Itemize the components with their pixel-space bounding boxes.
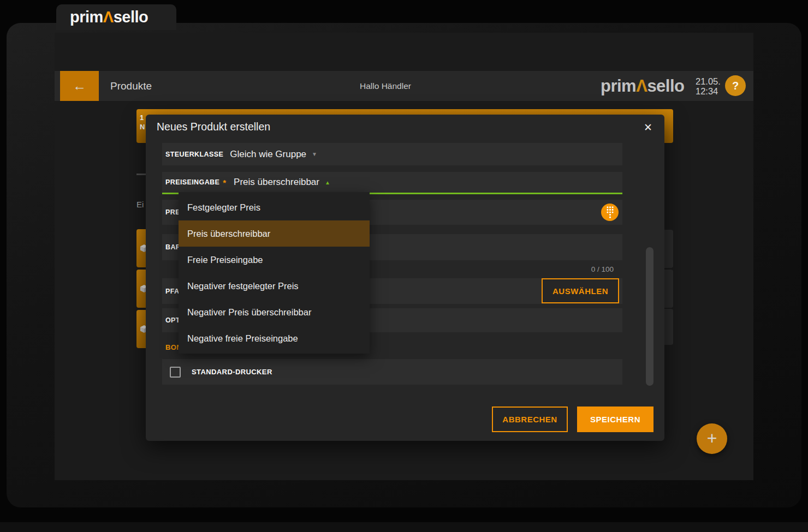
add-product-fab[interactable]: + bbox=[697, 423, 727, 454]
help-button[interactable]: ? bbox=[725, 75, 746, 96]
product-tile[interactable] bbox=[664, 230, 673, 268]
save-button[interactable]: SPEICHERN bbox=[577, 407, 653, 432]
field-label: STEUERKLASSE bbox=[165, 151, 223, 158]
preiseingabe-field[interactable]: PREISEINGABE * Preis überschreibbar ▲ bbox=[162, 172, 622, 194]
browser-tab[interactable]: primΛsello bbox=[56, 4, 176, 30]
app-logo: primΛsello bbox=[70, 8, 148, 26]
logo-lambda-icon: Λ bbox=[103, 8, 114, 26]
steuerklasse-field[interactable]: STEUERKLASSE Gleich wie Gruppe ▼ bbox=[162, 143, 622, 165]
auswaehlen-button[interactable]: AUSWÄHLEN bbox=[542, 278, 619, 303]
logo-lambda-icon: Λ bbox=[636, 76, 647, 95]
close-icon: ✕ bbox=[644, 121, 652, 134]
cancel-button[interactable]: ABBRECHEN bbox=[492, 407, 568, 432]
logo-text: sello bbox=[647, 76, 684, 95]
standard-drucker-checkbox[interactable] bbox=[170, 367, 181, 378]
question-icon: ? bbox=[732, 80, 739, 92]
preiseingabe-dropdown: Festgelegter Preis Preis überschreibbar … bbox=[179, 192, 370, 354]
screen: primΛsello ← Produkte Hallo Händler prim… bbox=[0, 0, 808, 532]
checkbox-label: STANDARD-DRUCKER bbox=[192, 368, 272, 376]
required-asterisk: * bbox=[223, 178, 226, 187]
plus-icon: + bbox=[707, 429, 717, 447]
dropdown-option[interactable]: Negativer festgelegter Preis bbox=[179, 273, 370, 299]
logo-text: prim bbox=[70, 8, 103, 26]
close-button[interactable]: ✕ bbox=[640, 119, 656, 135]
numpad-icon bbox=[606, 206, 614, 218]
standard-drucker-row[interactable]: STANDARD-DRUCKER bbox=[162, 359, 622, 385]
datetime: 21.05. 12:34 bbox=[696, 76, 721, 96]
chevron-down-icon: ▼ bbox=[312, 151, 317, 157]
time-text: 12:34 bbox=[696, 86, 721, 96]
page-title: Produkte bbox=[110, 71, 152, 101]
date-text: 21.05. bbox=[696, 76, 721, 86]
dropdown-option[interactable]: Freie Preiseingabe bbox=[179, 247, 370, 273]
arrow-left-icon: ← bbox=[73, 79, 86, 93]
dropdown-option[interactable]: Negative freie Preiseingabe bbox=[179, 325, 370, 351]
product-tile[interactable] bbox=[664, 309, 673, 345]
header-logo: primΛsello bbox=[601, 71, 685, 101]
logo-text: sello bbox=[114, 8, 148, 26]
field-value: Preis überschreibbar bbox=[234, 177, 319, 188]
bezel-strip bbox=[0, 522, 808, 532]
field-label: PREISEINGABE bbox=[165, 178, 219, 186]
field-value: Gleich wie Gruppe bbox=[230, 149, 306, 160]
numpad-button[interactable] bbox=[601, 204, 619, 221]
logo-text: prim bbox=[601, 76, 636, 95]
background-text: Ei bbox=[136, 200, 144, 209]
app-header: ← Produkte Hallo Händler primΛsello 21.0… bbox=[55, 71, 753, 101]
modal-title: Neues Produkt erstellen bbox=[157, 121, 270, 133]
char-counter: 0 / 100 bbox=[591, 265, 614, 273]
scrollbar-thumb[interactable] bbox=[646, 247, 653, 386]
chevron-up-icon: ▲ bbox=[325, 180, 330, 186]
product-tile[interactable] bbox=[664, 270, 673, 308]
dropdown-option[interactable]: Negativer Preis überschreibbar bbox=[179, 299, 370, 325]
dropdown-option[interactable]: Preis überschreibbar bbox=[179, 220, 370, 247]
greeting-text: Hallo Händler bbox=[360, 71, 411, 101]
dropdown-option[interactable]: Festgelegter Preis bbox=[179, 194, 370, 220]
back-button[interactable]: ← bbox=[60, 71, 99, 101]
